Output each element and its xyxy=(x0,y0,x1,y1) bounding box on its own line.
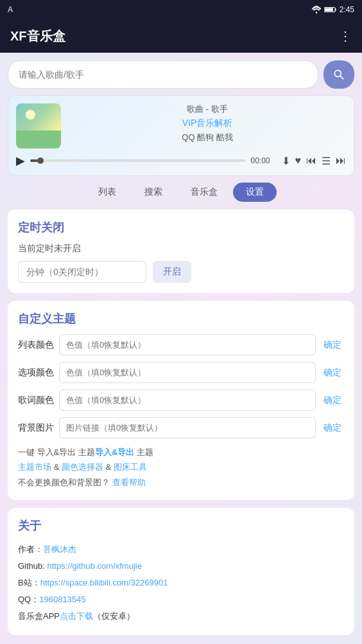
about-qq-label: QQ： xyxy=(18,595,39,604)
prev-icon[interactable]: ⏮ xyxy=(306,155,316,166)
theme-input-lyrics[interactable] xyxy=(59,389,316,411)
theme-help-text: 不会更换颜色和背景图？ xyxy=(18,478,110,487)
status-bar: A 2:45 xyxy=(0,0,362,19)
about-section: 关于 作者：菩枫沐杰 Github: https://github.com/xf… xyxy=(8,508,354,635)
about-bstation-label: B站： xyxy=(18,578,40,587)
tab-search[interactable]: 搜索 xyxy=(132,183,175,202)
about-github-label: Github: xyxy=(18,561,47,571)
about-app-line: 音乐盒APP点击下载（仅安卓） xyxy=(18,608,344,625)
about-author-line: 作者：菩枫沐杰 xyxy=(18,541,344,558)
theme-label-list: 列表颜色 xyxy=(18,339,54,351)
theme-input-list[interactable] xyxy=(59,334,316,355)
theme-row-lyrics: 歌词颜色 确定 xyxy=(18,389,344,411)
theme-confirm-bg[interactable]: 确定 xyxy=(321,422,344,434)
progress-bar[interactable] xyxy=(30,159,246,162)
favorite-icon[interactable]: ♥ xyxy=(295,155,302,166)
download-icon[interactable]: ⬇ xyxy=(282,155,290,167)
about-app-suffix: （仅安卓） xyxy=(93,611,135,621)
wifi-icon xyxy=(311,6,322,13)
svg-rect-2 xyxy=(325,8,333,12)
theme-input-option[interactable] xyxy=(59,362,316,383)
theme-row-list: 列表颜色 确定 xyxy=(18,334,344,355)
about-author-link[interactable]: 菩枫沐杰 xyxy=(43,544,76,554)
album-art xyxy=(16,103,61,148)
about-github-line: Github: https://github.com/xfmujie xyxy=(18,558,344,575)
main-content: 歌曲 - 歌手 VIP音乐解析 QQ 酷狗 酷我 ▶ 00:00 ⬇ ♥ ⏮ xyxy=(0,53,362,644)
vip-link[interactable]: VIP音乐解析 xyxy=(69,118,346,129)
about-app-link[interactable]: 点击下载 xyxy=(60,611,93,621)
song-label: 歌曲 - 歌手 xyxy=(69,103,346,115)
control-icons: ⬇ ♥ ⏮ ☰ ⏭ xyxy=(282,155,347,167)
theme-row-option: 选项颜色 确定 xyxy=(18,362,344,383)
theme-market-link[interactable]: 主题市场 xyxy=(18,462,51,472)
player-info: 歌曲 - 歌手 VIP音乐解析 QQ 酷狗 酷我 xyxy=(69,103,346,143)
about-title: 关于 xyxy=(18,518,344,533)
player-top: 歌曲 - 歌手 VIP音乐解析 QQ 酷狗 酷我 xyxy=(16,103,346,148)
timer-input-row: 开启 xyxy=(18,261,344,283)
progress-fill xyxy=(30,159,41,162)
search-bar xyxy=(8,60,354,89)
about-qq-line: QQ：1960813545 xyxy=(18,591,344,608)
timer-title: 定时关闭 xyxy=(18,220,344,235)
theme-tools-line: 主题市场 & 颜色选择器 & 图床工具 xyxy=(18,460,344,474)
theme-confirm-lyrics[interactable]: 确定 xyxy=(321,395,344,406)
theme-row-bg: 背景图片 确定 xyxy=(18,417,344,438)
tab-musicbox[interactable]: 音乐盒 xyxy=(178,183,230,202)
player-card: 歌曲 - 歌手 VIP音乐解析 QQ 酷狗 酷我 ▶ 00:00 ⬇ ♥ ⏮ xyxy=(8,95,354,176)
status-right: 2:45 xyxy=(311,5,354,14)
app-header: XF音乐盒 ⋮ xyxy=(0,19,362,53)
tab-list[interactable]: 列表 xyxy=(85,183,129,202)
about-bstation-link[interactable]: https://space.bilibili.com/32269901 xyxy=(40,578,168,587)
theme-section: 自定义主题 列表颜色 确定 选项颜色 确定 歌词颜色 确定 背景图片 确定 xyxy=(8,301,354,500)
about-github-link[interactable]: https://github.com/xfmujie xyxy=(47,561,142,571)
theme-amp2: & xyxy=(106,462,114,472)
search-input[interactable] xyxy=(8,60,318,89)
time-display: 00:00 xyxy=(251,156,277,165)
about-content: 作者：菩枫沐杰 Github: https://github.com/xfmuj… xyxy=(18,541,344,625)
album-art-image xyxy=(16,103,61,148)
theme-help-link[interactable]: 查看帮助 xyxy=(112,478,146,487)
playlist-icon[interactable]: ☰ xyxy=(322,155,331,167)
theme-label-option: 选项颜色 xyxy=(18,367,54,379)
theme-confirm-option[interactable]: 确定 xyxy=(321,367,344,379)
about-app-text: 音乐盒APP xyxy=(18,611,60,621)
about-bstation-line: B站：https://space.bilibili.com/32269901 xyxy=(18,575,344,591)
tab-settings[interactable]: 设置 xyxy=(233,183,277,202)
svg-point-0 xyxy=(315,12,317,13)
play-button[interactable]: ▶ xyxy=(16,154,25,168)
theme-actions: 一键 导入&导出 主题导入&导出 主题 主题市场 & 颜色选择器 & 图床工具 … xyxy=(18,445,344,490)
theme-bed-tool-link[interactable]: 图床工具 xyxy=(114,462,147,472)
menu-button[interactable]: ⋮ xyxy=(339,28,352,44)
about-author-label: 作者： xyxy=(18,544,43,554)
battery-icon xyxy=(324,6,337,13)
timer-section: 定时关闭 当前定时未开启 开启 xyxy=(8,210,354,293)
next-icon[interactable]: ⏭ xyxy=(336,155,346,166)
player-controls: ▶ 00:00 ⬇ ♥ ⏮ ☰ ⏭ xyxy=(16,154,346,168)
status-time: 2:45 xyxy=(340,5,354,14)
timer-subtitle: 当前定时未开启 xyxy=(18,243,344,255)
svg-line-4 xyxy=(340,76,343,79)
theme-confirm-list[interactable]: 确定 xyxy=(321,339,344,351)
progress-dot xyxy=(37,157,44,164)
app-title: XF音乐盒 xyxy=(10,28,65,45)
tabs: 列表 搜索 音乐盒 设置 xyxy=(8,183,354,202)
timer-enable-button[interactable]: 开启 xyxy=(153,261,191,283)
theme-action-prefix: 一键 导入&导出 主题 xyxy=(18,447,95,457)
about-qq-link[interactable]: 1960813545 xyxy=(39,595,85,604)
platforms: QQ 酷狗 酷我 xyxy=(69,132,346,143)
theme-help-line: 不会更换颜色和背景图？ 查看帮助 xyxy=(18,475,344,490)
status-left: A xyxy=(8,5,13,14)
search-button[interactable] xyxy=(323,60,354,89)
theme-label-lyrics: 歌词颜色 xyxy=(18,395,54,406)
theme-color-picker-link[interactable]: 颜色选择器 xyxy=(62,462,103,472)
theme-input-bg[interactable] xyxy=(59,417,316,438)
theme-amp1: & xyxy=(54,462,62,472)
theme-export-import-link[interactable]: 导入&导出 xyxy=(95,447,134,457)
theme-label-bg: 背景图片 xyxy=(18,422,54,434)
theme-export-import-line: 一键 导入&导出 主题导入&导出 主题 xyxy=(18,445,344,460)
timer-input[interactable] xyxy=(18,261,146,283)
theme-title: 自定义主题 xyxy=(18,311,344,326)
app-indicator: A xyxy=(8,5,13,14)
search-icon xyxy=(332,68,345,81)
